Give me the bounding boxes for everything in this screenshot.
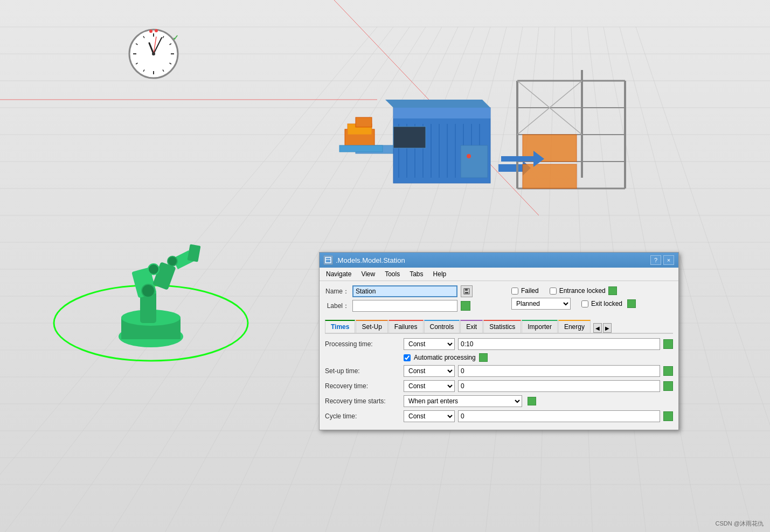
name-input[interactable] (352, 285, 457, 297)
tab-content-times: Processing time: Const Exp Normal Automa… (325, 338, 673, 422)
setup-time-label: Set-up time: (325, 367, 400, 375)
failed-label: Failed (521, 287, 539, 295)
cycle-time-type[interactable]: Const Exp (404, 410, 455, 422)
svg-point-106 (168, 256, 177, 266)
tab-times[interactable]: Times (325, 320, 355, 333)
setup-time-type[interactable]: Const Exp (404, 365, 455, 377)
processing-time-value[interactable] (458, 338, 660, 350)
help-button[interactable]: ? (650, 255, 661, 265)
label-label: Label： (325, 302, 349, 311)
entrance-locked-checkbox[interactable] (550, 288, 557, 295)
dialog-window: .Models.Model.Station ? × Navigate View … (319, 252, 679, 430)
tab-prev-button[interactable]: ◀ (593, 323, 602, 333)
svg-rect-80 (339, 145, 383, 152)
tab-setup[interactable]: Set-Up (356, 320, 387, 333)
recovery-time-type[interactable]: Const Exp (404, 380, 455, 392)
tab-bar: Times Set-Up Failures Controls Exit Stat… (325, 318, 673, 334)
processing-time-label: Processing time: (325, 340, 400, 348)
svg-rect-107 (325, 257, 331, 263)
cycle-time-color[interactable] (663, 411, 673, 421)
svg-rect-79 (356, 117, 372, 127)
name-label: Name： (325, 287, 349, 296)
auto-processing-checkbox[interactable] (404, 354, 411, 361)
setup-time-color[interactable] (663, 366, 673, 376)
cycle-time-value[interactable] (458, 410, 660, 422)
recovery-time-label: Recovery time: (325, 382, 400, 390)
dialog-title: .Models.Model.Station (336, 256, 405, 264)
processing-time-color[interactable] (663, 339, 673, 349)
menu-navigate[interactable]: Navigate (322, 269, 356, 279)
recovery-starts-color[interactable] (528, 397, 536, 405)
exit-locked-label: Exit locked (591, 300, 622, 307)
recovery-starts-label: Recovery time starts: (325, 397, 400, 405)
recovery-time-value[interactable] (458, 380, 660, 392)
exit-locked-color[interactable] (627, 299, 636, 308)
svg-text:✓: ✓ (172, 33, 179, 42)
status-dropdown[interactable]: Planned Active Failed (511, 298, 571, 310)
svg-point-75 (467, 154, 471, 158)
tab-failures[interactable]: Failures (389, 320, 424, 333)
svg-marker-61 (385, 100, 490, 108)
svg-point-56 (149, 30, 152, 33)
tab-importer[interactable]: Importer (522, 320, 558, 333)
label-input[interactable] (352, 300, 457, 312)
svg-rect-111 (465, 289, 468, 291)
menu-tabs[interactable]: Tabs (405, 269, 427, 279)
menu-tools[interactable]: Tools (380, 269, 404, 279)
auto-processing-label: Automatic processing (414, 354, 476, 361)
label-color-button[interactable] (461, 301, 470, 311)
tab-controls[interactable]: Controls (424, 320, 460, 333)
tab-next-button[interactable]: ▶ (603, 323, 612, 333)
svg-rect-74 (461, 145, 488, 178)
svg-rect-76 (393, 127, 426, 148)
name-save-button[interactable] (461, 285, 473, 297)
svg-point-105 (148, 264, 159, 275)
entrance-locked-color[interactable] (608, 286, 617, 295)
svg-rect-91 (523, 164, 577, 188)
svg-rect-62 (393, 108, 490, 118)
close-button[interactable]: × (663, 255, 674, 265)
recovery-starts-dropdown[interactable]: When part enters When part leaves Immedi… (404, 395, 522, 407)
svg-rect-110 (465, 292, 468, 293)
watermark: CSDN @沐雨花仇 (716, 520, 764, 528)
svg-point-104 (142, 284, 155, 297)
tab-energy[interactable]: Energy (558, 320, 591, 333)
exit-locked-checkbox[interactable] (581, 300, 588, 307)
entrance-locked-label: Entrance locked (559, 287, 606, 295)
recovery-time-color[interactable] (663, 381, 673, 391)
setup-time-value[interactable] (458, 365, 660, 377)
tab-statistics[interactable]: Statistics (483, 320, 521, 333)
dialog-menubar: Navigate View Tools Tabs Help (320, 268, 678, 281)
menu-view[interactable]: View (357, 269, 379, 279)
tab-exit[interactable]: Exit (460, 320, 483, 333)
dialog-icon (324, 256, 332, 264)
svg-point-55 (152, 52, 155, 55)
failed-checkbox[interactable] (511, 288, 518, 295)
cycle-time-label: Cycle time: (325, 412, 400, 420)
processing-time-type[interactable]: Const Exp Normal (404, 338, 455, 350)
svg-point-57 (155, 29, 158, 32)
auto-processing-color[interactable] (479, 353, 488, 362)
dialog-titlebar: .Models.Model.Station ? × (320, 253, 678, 268)
menu-help[interactable]: Help (429, 269, 451, 279)
